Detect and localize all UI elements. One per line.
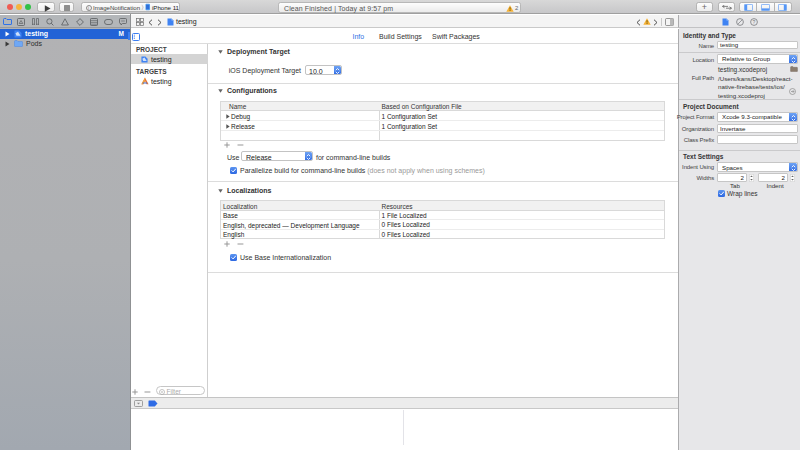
- svg-text:?: ?: [753, 18, 756, 24]
